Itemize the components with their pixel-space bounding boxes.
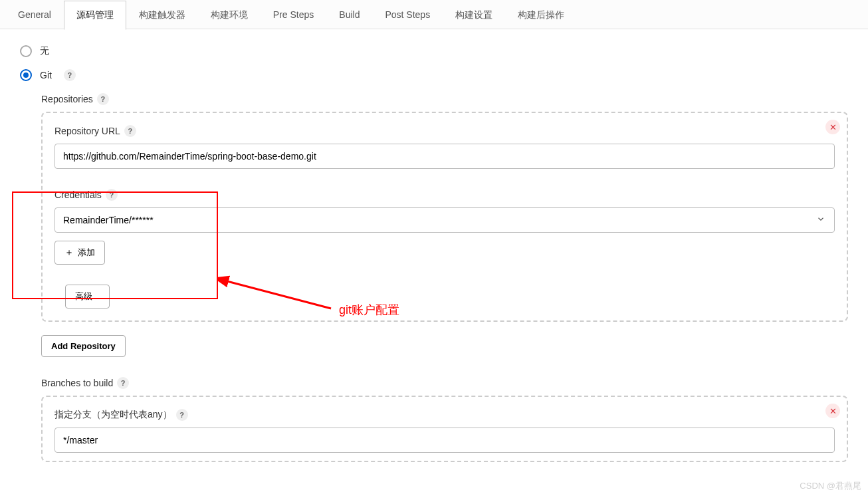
tab-post-build[interactable]: 构建后操作 (505, 1, 577, 30)
help-icon[interactable]: ? (117, 377, 129, 389)
repo-url-input[interactable] (54, 144, 835, 169)
tab-post-steps[interactable]: Post Steps (372, 1, 443, 30)
tab-pre-steps[interactable]: Pre Steps (261, 1, 326, 30)
radio-git[interactable] (20, 69, 32, 81)
tab-scm[interactable]: 源码管理 (64, 1, 126, 30)
scm-git-label: Git (40, 70, 52, 80)
scm-none-option[interactable]: 无 (20, 45, 848, 57)
help-icon[interactable]: ? (64, 69, 76, 81)
credentials-select[interactable]: RemainderTime/****** (54, 207, 835, 233)
advanced-button[interactable]: 高级... (65, 285, 110, 309)
plus-icon: ＋ (64, 247, 74, 259)
credentials-label: Credentials ? (54, 189, 835, 201)
branch-specifier-label: 指定分支（为空时代表any） ? (54, 409, 835, 421)
config-tabs: General 源码管理 构建触发器 构建环境 Pre Steps Build … (0, 0, 868, 29)
help-icon[interactable]: ? (106, 189, 118, 201)
branches-label: Branches to build ? (41, 377, 848, 389)
branch-specifier-input[interactable] (54, 428, 835, 453)
tab-environment[interactable]: 构建环境 (198, 1, 261, 30)
help-icon[interactable]: ? (97, 93, 109, 105)
radio-none[interactable] (20, 45, 32, 57)
repositories-label: Repositories ? (41, 93, 848, 105)
close-icon[interactable]: ✕ (825, 404, 840, 418)
tab-triggers[interactable]: 构建触发器 (126, 1, 198, 30)
scm-git-option[interactable]: Git ? (20, 69, 848, 81)
scm-none-label: 无 (40, 45, 49, 57)
tab-build-settings[interactable]: 构建设置 (443, 1, 505, 30)
tab-general[interactable]: General (5, 1, 64, 30)
repositories-box: ✕ Repository URL ? Credentials ? Remaind… (41, 112, 848, 322)
help-icon[interactable]: ? (176, 409, 188, 421)
repo-url-label: Repository URL ? (54, 125, 835, 137)
add-credentials-button[interactable]: ＋ 添加 (54, 241, 105, 265)
close-icon[interactable]: ✕ (825, 120, 840, 134)
help-icon[interactable]: ? (124, 125, 136, 137)
branches-box: ✕ 指定分支（为空时代表any） ? (41, 396, 848, 462)
tab-build[interactable]: Build (326, 1, 372, 30)
add-repository-button[interactable]: Add Repository (41, 335, 126, 357)
